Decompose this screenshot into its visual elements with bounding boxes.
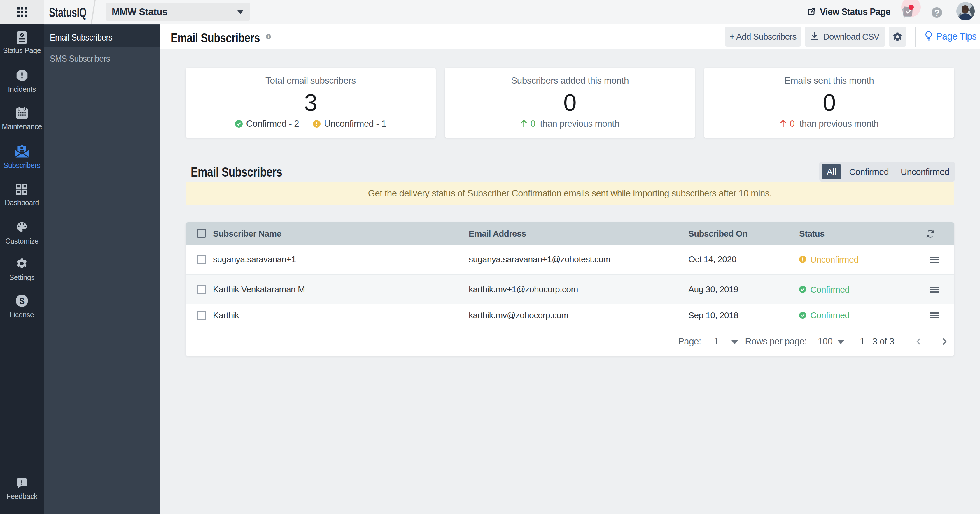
- svg-text:$: $: [19, 296, 24, 306]
